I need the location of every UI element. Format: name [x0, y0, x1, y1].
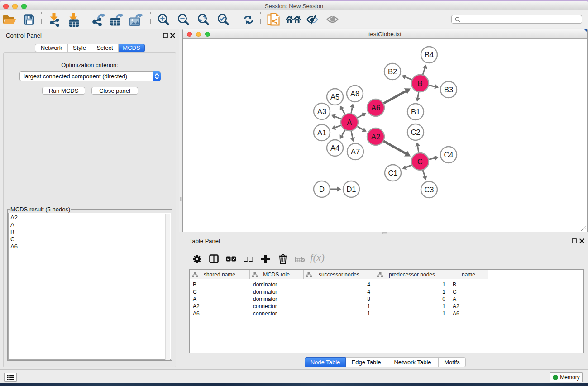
svg-text:C: C — [417, 157, 423, 166]
svg-text:C4: C4 — [444, 151, 453, 159]
svg-text:B3: B3 — [444, 86, 453, 94]
svg-text:B: B — [417, 79, 422, 87]
svg-text:B1: B1 — [411, 108, 420, 116]
svg-text:C1: C1 — [388, 169, 397, 177]
svg-text:C2: C2 — [411, 128, 420, 136]
svg-text:A7: A7 — [351, 148, 360, 156]
svg-text:A6: A6 — [371, 104, 380, 112]
svg-text:A8: A8 — [350, 90, 359, 98]
svg-text:A5: A5 — [330, 93, 339, 101]
svg-text:B2: B2 — [388, 67, 397, 76]
svg-text:A4: A4 — [330, 144, 339, 152]
svg-text:D1: D1 — [346, 185, 356, 193]
svg-text:D: D — [319, 185, 325, 193]
svg-text:A1: A1 — [317, 129, 326, 137]
svg-text:A: A — [347, 118, 352, 126]
svg-text:A2: A2 — [371, 133, 380, 141]
svg-text:B4: B4 — [425, 51, 434, 59]
svg-text:C3: C3 — [424, 186, 434, 194]
svg-text:A3: A3 — [317, 107, 326, 115]
